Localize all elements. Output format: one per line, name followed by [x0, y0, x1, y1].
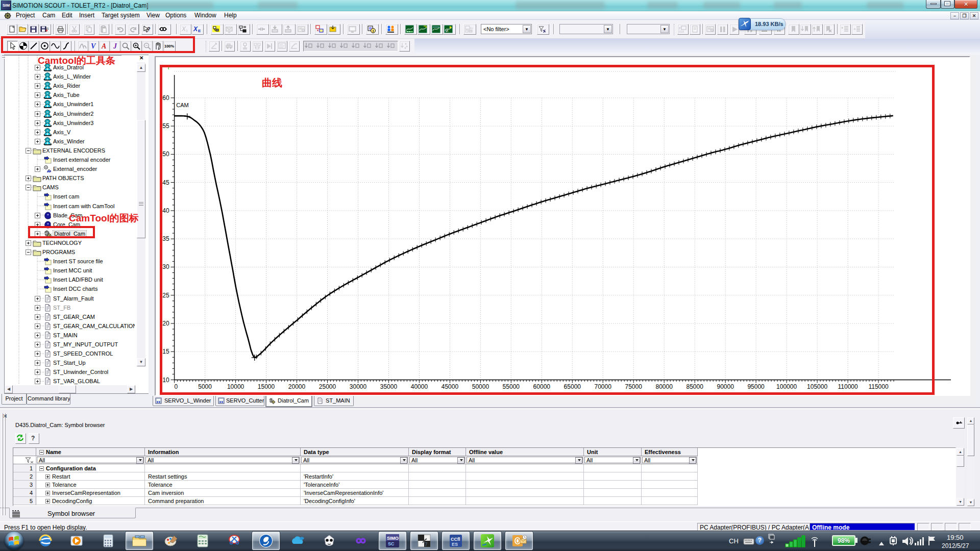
svg-text:SIMO: SIMO [387, 536, 399, 541]
svg-text:E: E [198, 29, 201, 33]
svg-text:X: X [181, 26, 186, 33]
svg-text:SC: SC [388, 541, 395, 546]
svg-text:I: I [186, 29, 187, 33]
svg-text:X: X [193, 26, 198, 33]
svg-text:i: i [373, 29, 374, 33]
svg-text:01: 01 [45, 27, 48, 30]
svg-text:ES: ES [452, 542, 458, 547]
svg-text:E2: E2 [470, 27, 473, 30]
svg-text:?: ? [31, 435, 35, 442]
svg-text:010: 010 [679, 30, 684, 33]
svg-text:CCfl: CCfl [451, 537, 460, 542]
svg-text:7: 7 [425, 542, 428, 547]
svg-text:И: И [446, 29, 448, 33]
svg-text:?: ? [147, 26, 151, 32]
